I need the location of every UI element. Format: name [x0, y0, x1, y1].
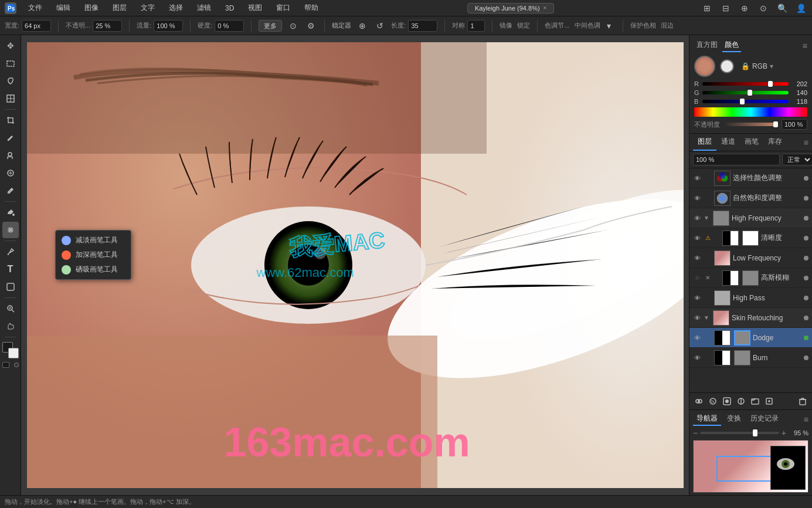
tool-brush[interactable] — [2, 130, 19, 146]
flow-input[interactable] — [154, 20, 183, 32]
tool-pen[interactable] — [2, 243, 19, 260]
length-input[interactable] — [408, 20, 437, 32]
tool-select-rect[interactable] — [2, 55, 19, 72]
layer-eye-gaosi[interactable]: 👁 — [693, 274, 701, 282]
tool-zoom[interactable] — [2, 300, 19, 317]
g-track[interactable] — [702, 91, 789, 94]
tab-transform[interactable]: 变换 — [723, 412, 745, 426]
hardness-input[interactable] — [215, 20, 244, 32]
r-track[interactable] — [702, 82, 789, 86]
tool-transform[interactable] — [2, 90, 19, 107]
layer-eye-high-pass[interactable]: 👁 — [693, 294, 701, 302]
zoom-out-button[interactable]: − — [693, 428, 698, 438]
tool-select-lasso[interactable] — [2, 73, 19, 89]
zoom-in-button[interactable]: + — [782, 428, 786, 438]
layer-eye-selective-color[interactable]: 👁 — [693, 174, 701, 182]
tab-history[interactable]: 历史记录 — [747, 412, 782, 426]
close-tab-button[interactable]: × — [543, 5, 547, 11]
menu-edit[interactable]: 编辑 — [54, 2, 73, 14]
nav-zoom-thumb[interactable] — [753, 429, 757, 436]
search-icon[interactable]: 🔍 — [776, 2, 789, 15]
workspace-icon[interactable]: ⊞ — [701, 2, 714, 15]
tool-crop[interactable] — [2, 112, 19, 128]
layer-selective-color[interactable]: 👁 选择性颜色调整 — [689, 168, 812, 188]
canvas-image[interactable]: 我爱MAC www.62mac.com 163mac.com 减淡画笔工具 — [27, 42, 684, 488]
layer-eye-sharpness[interactable]: 👁 — [693, 234, 701, 242]
layer-natural-saturation[interactable]: 👁 自然饱和度调整 — [689, 188, 812, 208]
layer-dodge[interactable]: 👁 Dodge — [689, 328, 812, 348]
tab-library[interactable]: 库存 — [763, 134, 787, 151]
tool-colors[interactable] — [2, 342, 19, 358]
layer-opacity-input[interactable] — [693, 154, 780, 165]
tool-paint-bucket[interactable] — [2, 204, 19, 221]
new-group-button[interactable] — [749, 395, 761, 407]
tool-hand[interactable] — [2, 318, 19, 334]
menu-help[interactable]: 帮助 — [302, 2, 321, 14]
opacity-input[interactable] — [782, 119, 807, 130]
app-icon[interactable]: Ps — [5, 2, 16, 14]
layer-burn[interactable]: 👁 Burn — [689, 348, 812, 368]
adjustment-button[interactable] — [735, 395, 747, 407]
tab-histogram[interactable]: 直方图 — [694, 39, 720, 52]
layer-high-frequency[interactable]: 👁 ▼ High Frequency — [689, 208, 812, 228]
menu-file[interactable]: 文件 — [26, 2, 45, 14]
new-layer-button[interactable] — [763, 395, 775, 407]
layer-low-frequency[interactable]: 👁 Low Frequency — [689, 248, 812, 268]
foreground-swatch[interactable] — [694, 56, 715, 77]
menu-window[interactable]: 窗口 — [274, 2, 293, 14]
menu-text[interactable]: 文字 — [138, 2, 157, 14]
link-layers-button[interactable] — [693, 395, 705, 407]
default-colors-icon[interactable] — [14, 363, 19, 367]
align-input[interactable] — [467, 20, 485, 32]
tool-move[interactable]: ✥ — [2, 38, 19, 54]
arrange-icon[interactable]: ⊟ — [719, 2, 732, 15]
tooltip-dodge[interactable]: 减淡画笔工具 — [56, 233, 131, 248]
tool-shape[interactable] — [2, 279, 19, 295]
nav-preview[interactable] — [693, 440, 808, 493]
share-icon[interactable]: ⊙ — [757, 2, 770, 15]
background-color[interactable] — [8, 348, 19, 358]
tool-heal[interactable] — [2, 165, 19, 181]
tab-color[interactable]: 颜色 — [722, 39, 741, 52]
tool-eyedropper[interactable] — [2, 182, 19, 199]
layer-mode-select[interactable]: 正常 — [782, 154, 812, 165]
g-thumb[interactable] — [748, 90, 752, 96]
layer-skin-retouching[interactable]: 👁 ▼ Skin Retouching — [689, 308, 812, 328]
tool-text[interactable]: T — [2, 261, 19, 277]
dropdown-icon[interactable]: ▾ — [603, 19, 616, 32]
opacity-input[interactable] — [93, 20, 122, 32]
tab-channels[interactable]: 通道 — [716, 134, 740, 151]
layer-chevron-skin[interactable]: ▼ — [704, 314, 711, 321]
user-icon[interactable]: 👤 — [794, 2, 807, 15]
menu-select[interactable]: 选择 — [167, 2, 185, 14]
layer-eye-natural-sat[interactable]: 👁 — [693, 194, 701, 202]
b-thumb[interactable] — [740, 99, 745, 104]
layer-chevron-high-freq[interactable]: ▼ — [704, 215, 711, 221]
layer-eye-burn[interactable]: 👁 — [693, 354, 701, 362]
more-button[interactable]: 更多 — [259, 20, 282, 32]
tool-dodge[interactable] — [2, 222, 19, 238]
canvas-area[interactable]: 我爱MAC www.62mac.com 163mac.com 减淡画笔工具 — [21, 35, 689, 495]
delete-layer-button[interactable] — [797, 395, 808, 407]
fx-button[interactable]: fx — [707, 395, 719, 407]
tooltip-burn[interactable]: 加深画笔工具 — [56, 248, 131, 262]
swap-colors-icon[interactable] — [2, 362, 9, 368]
layer-gaosi[interactable]: 👁 ✕ 高斯模糊 — [689, 268, 812, 288]
mask-button[interactable] — [721, 395, 733, 407]
refresh-icon[interactable]: ↺ — [373, 19, 386, 32]
background-swatch[interactable] — [720, 59, 734, 73]
opacity-track[interactable] — [723, 123, 778, 126]
stabilizer-icon[interactable]: ⊕ — [356, 19, 369, 32]
layers-panel-menu[interactable]: ≡ — [804, 138, 808, 147]
layer-eye-low-freq[interactable]: 👁 — [693, 254, 701, 262]
panel-menu-icon[interactable]: ≡ — [803, 41, 807, 50]
layer-high-pass[interactable]: 👁 High Pass — [689, 288, 812, 308]
menu-filter[interactable]: 滤镜 — [195, 2, 213, 14]
width-input[interactable] — [22, 20, 51, 32]
nav-zoom-track[interactable] — [700, 432, 779, 434]
preset-icon[interactable]: ⊙ — [287, 19, 300, 32]
b-track[interactable] — [702, 100, 789, 103]
layer-eye-skin[interactable]: 👁 — [693, 314, 701, 322]
nav-menu-icon[interactable]: ≡ — [804, 415, 808, 424]
settings-icon[interactable]: ⚙ — [304, 19, 317, 32]
